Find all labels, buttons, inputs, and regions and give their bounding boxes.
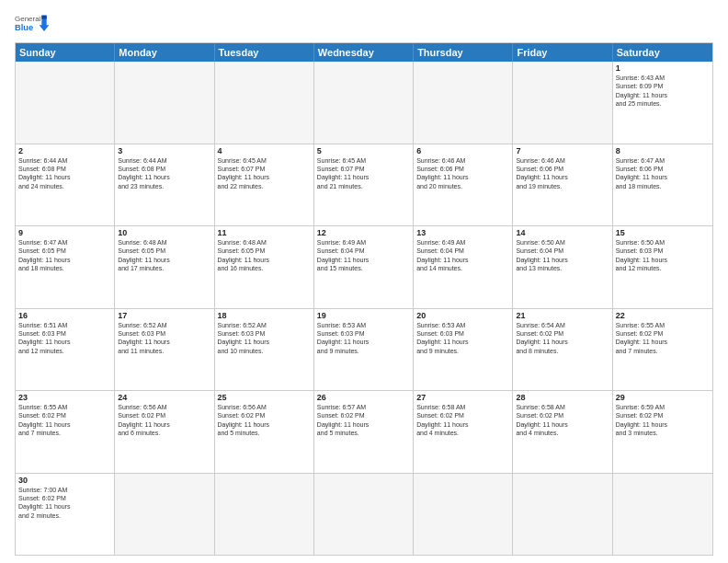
day-number: 26	[317, 393, 410, 402]
calendar-row-4: 23Sunrise: 6:55 AM Sunset: 6:02 PM Dayli…	[16, 390, 712, 473]
calendar-cell: 15Sunrise: 6:50 AM Sunset: 6:03 PM Dayli…	[613, 226, 712, 308]
cell-info: Sunrise: 6:44 AM Sunset: 6:08 PM Dayligh…	[18, 156, 111, 191]
calendar-cell: 10Sunrise: 6:48 AM Sunset: 6:05 PM Dayli…	[115, 226, 214, 308]
calendar-cell: 20Sunrise: 6:53 AM Sunset: 6:03 PM Dayli…	[414, 309, 513, 391]
cell-info: Sunrise: 6:45 AM Sunset: 6:07 PM Dayligh…	[317, 156, 410, 191]
cell-info: Sunrise: 6:48 AM Sunset: 6:05 PM Dayligh…	[218, 238, 311, 273]
header-day-monday: Monday	[115, 43, 214, 62]
cell-info: Sunrise: 6:47 AM Sunset: 6:06 PM Dayligh…	[616, 156, 710, 191]
calendar-cell: 21Sunrise: 6:54 AM Sunset: 6:02 PM Dayli…	[513, 309, 612, 391]
cell-info: Sunrise: 6:57 AM Sunset: 6:02 PM Dayligh…	[317, 403, 410, 438]
header: General Blue	[15, 11, 713, 37]
day-number: 20	[416, 311, 509, 320]
calendar-cell: 6Sunrise: 6:46 AM Sunset: 6:06 PM Daylig…	[414, 144, 513, 226]
cell-info: Sunrise: 6:45 AM Sunset: 6:07 PM Dayligh…	[218, 156, 311, 191]
day-number: 21	[516, 311, 609, 320]
calendar-row-5: 30Sunrise: 7:00 AM Sunset: 6:02 PM Dayli…	[16, 473, 712, 556]
calendar-cell: 30Sunrise: 7:00 AM Sunset: 6:02 PM Dayli…	[16, 474, 115, 556]
day-number: 18	[218, 311, 311, 320]
cell-info: Sunrise: 6:55 AM Sunset: 6:02 PM Dayligh…	[18, 403, 111, 438]
day-number: 19	[317, 311, 410, 320]
day-number: 17	[118, 311, 210, 320]
cell-info: Sunrise: 6:58 AM Sunset: 6:02 PM Dayligh…	[416, 403, 509, 438]
cell-info: Sunrise: 6:58 AM Sunset: 6:02 PM Dayligh…	[516, 403, 609, 438]
day-number: 12	[317, 228, 410, 237]
calendar-cell	[115, 474, 214, 556]
calendar-cell: 9Sunrise: 6:47 AM Sunset: 6:05 PM Daylig…	[16, 226, 115, 308]
calendar-row-3: 16Sunrise: 6:51 AM Sunset: 6:03 PM Dayli…	[16, 308, 712, 391]
logo-icon: General Blue	[15, 11, 51, 37]
calendar-row-1: 2Sunrise: 6:44 AM Sunset: 6:08 PM Daylig…	[16, 144, 712, 226]
cell-info: Sunrise: 6:56 AM Sunset: 6:02 PM Dayligh…	[118, 403, 210, 438]
calendar-cell: 11Sunrise: 6:48 AM Sunset: 6:05 PM Dayli…	[215, 226, 314, 308]
calendar-cell: 12Sunrise: 6:49 AM Sunset: 6:04 PM Dayli…	[314, 226, 414, 308]
cell-info: Sunrise: 6:46 AM Sunset: 6:06 PM Dayligh…	[516, 156, 609, 191]
calendar-cell: 2Sunrise: 6:44 AM Sunset: 6:08 PM Daylig…	[16, 144, 115, 226]
page: General Blue SundayMondayTuesdayWednesda…	[0, 0, 728, 563]
day-number: 28	[516, 393, 609, 402]
calendar-cell	[314, 62, 414, 144]
day-number: 6	[416, 146, 509, 155]
cell-info: Sunrise: 6:52 AM Sunset: 6:03 PM Dayligh…	[118, 321, 210, 356]
cell-info: Sunrise: 6:50 AM Sunset: 6:04 PM Dayligh…	[516, 238, 609, 273]
calendar-cell: 18Sunrise: 6:52 AM Sunset: 6:03 PM Dayli…	[215, 309, 314, 391]
header-day-thursday: Thursday	[414, 43, 513, 62]
calendar-cell: 16Sunrise: 6:51 AM Sunset: 6:03 PM Dayli…	[16, 309, 115, 391]
cell-info: Sunrise: 6:49 AM Sunset: 6:04 PM Dayligh…	[317, 238, 410, 273]
day-number: 24	[118, 393, 210, 402]
cell-info: Sunrise: 6:53 AM Sunset: 6:03 PM Dayligh…	[317, 321, 410, 356]
calendar-cell: 8Sunrise: 6:47 AM Sunset: 6:06 PM Daylig…	[613, 144, 712, 226]
day-number: 16	[18, 311, 111, 320]
calendar-cell	[513, 474, 612, 556]
header-day-sunday: Sunday	[16, 43, 115, 62]
cell-info: Sunrise: 6:48 AM Sunset: 6:05 PM Dayligh…	[118, 238, 210, 273]
day-number: 14	[516, 228, 609, 237]
calendar-cell: 26Sunrise: 6:57 AM Sunset: 6:02 PM Dayli…	[314, 391, 414, 473]
cell-info: Sunrise: 6:55 AM Sunset: 6:02 PM Dayligh…	[616, 321, 710, 356]
calendar-cell	[215, 474, 314, 556]
svg-text:Blue: Blue	[15, 23, 33, 32]
day-number: 2	[18, 146, 111, 155]
cell-info: Sunrise: 6:47 AM Sunset: 6:05 PM Dayligh…	[18, 238, 111, 273]
day-number: 1	[616, 63, 710, 73]
day-number: 23	[18, 393, 111, 402]
cell-info: Sunrise: 6:56 AM Sunset: 6:02 PM Dayligh…	[218, 403, 311, 438]
calendar-cell: 22Sunrise: 6:55 AM Sunset: 6:02 PM Dayli…	[613, 309, 712, 391]
day-number: 13	[416, 228, 509, 237]
day-number: 4	[218, 146, 311, 155]
calendar-cell: 13Sunrise: 6:49 AM Sunset: 6:04 PM Dayli…	[414, 226, 513, 308]
calendar-cell	[513, 62, 612, 144]
calendar-cell	[414, 62, 513, 144]
calendar-cell	[414, 474, 513, 556]
day-number: 29	[616, 393, 710, 402]
cell-info: Sunrise: 6:59 AM Sunset: 6:02 PM Dayligh…	[616, 403, 710, 438]
cell-info: Sunrise: 6:52 AM Sunset: 6:03 PM Dayligh…	[218, 321, 311, 356]
calendar-cell: 1Sunrise: 6:43 AM Sunset: 6:09 PM Daylig…	[613, 62, 712, 144]
cell-info: Sunrise: 7:00 AM Sunset: 6:02 PM Dayligh…	[18, 486, 111, 521]
calendar-cell: 25Sunrise: 6:56 AM Sunset: 6:02 PM Dayli…	[215, 391, 314, 473]
calendar-cell: 3Sunrise: 6:44 AM Sunset: 6:08 PM Daylig…	[115, 144, 214, 226]
cell-info: Sunrise: 6:50 AM Sunset: 6:03 PM Dayligh…	[616, 238, 710, 273]
calendar-cell: 23Sunrise: 6:55 AM Sunset: 6:02 PM Dayli…	[16, 391, 115, 473]
header-day-saturday: Saturday	[613, 43, 712, 62]
calendar-cell	[613, 474, 712, 556]
calendar-row-2: 9Sunrise: 6:47 AM Sunset: 6:05 PM Daylig…	[16, 225, 712, 308]
cell-info: Sunrise: 6:46 AM Sunset: 6:06 PM Dayligh…	[416, 156, 509, 191]
calendar-row-0: 1Sunrise: 6:43 AM Sunset: 6:09 PM Daylig…	[16, 62, 712, 144]
calendar-cell: 14Sunrise: 6:50 AM Sunset: 6:04 PM Dayli…	[513, 226, 612, 308]
calendar-cell: 28Sunrise: 6:58 AM Sunset: 6:02 PM Dayli…	[513, 391, 612, 473]
calendar-cell: 29Sunrise: 6:59 AM Sunset: 6:02 PM Dayli…	[613, 391, 712, 473]
header-day-friday: Friday	[513, 43, 612, 62]
calendar-header: SundayMondayTuesdayWednesdayThursdayFrid…	[16, 43, 712, 62]
cell-info: Sunrise: 6:53 AM Sunset: 6:03 PM Dayligh…	[416, 321, 509, 356]
day-number: 7	[516, 146, 609, 155]
cell-info: Sunrise: 6:49 AM Sunset: 6:04 PM Dayligh…	[416, 238, 509, 273]
calendar-cell: 24Sunrise: 6:56 AM Sunset: 6:02 PM Dayli…	[115, 391, 214, 473]
calendar: SundayMondayTuesdayWednesdayThursdayFrid…	[15, 42, 713, 556]
svg-marker-3	[41, 16, 46, 19]
header-day-tuesday: Tuesday	[215, 43, 314, 62]
day-number: 5	[317, 146, 410, 155]
day-number: 22	[616, 311, 710, 320]
calendar-cell: 7Sunrise: 6:46 AM Sunset: 6:06 PM Daylig…	[513, 144, 612, 226]
logo: General Blue	[15, 11, 51, 37]
